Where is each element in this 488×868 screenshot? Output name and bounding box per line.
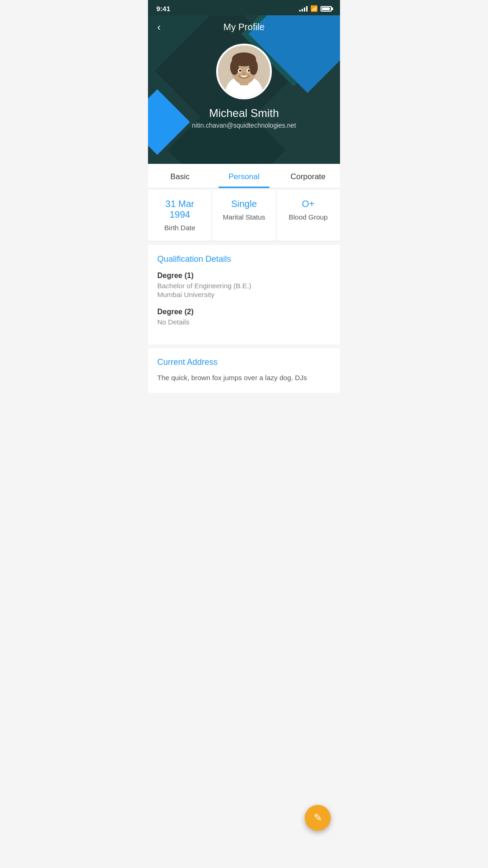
hero-section: ‹ My Profile [148,15,340,164]
marital-status-value: Single [218,199,269,209]
profile-name: Micheal Smith [148,107,340,120]
status-bar: 9:41 📶 [148,0,340,15]
degree-1-block: Degree (1) Bachelor of Engineering (B.E.… [157,272,331,298]
degree-1-detail2: Mumbai University [157,291,331,298]
degree-1-detail1: Bachelor of Engineering (B.E.) [157,282,331,290]
svg-point-11 [242,72,245,75]
profile-email: nitin.chavan@squidtechnologies.net [148,122,340,129]
degree-2-title: Degree (2) [157,308,331,316]
birth-date-label: Birth Date [154,224,205,232]
birth-date-value: 31 Mar 1994 [154,199,205,220]
qualification-title: Qualification Details [157,254,331,264]
marital-status-label: Marital Status [218,213,269,221]
degree-2-block: Degree (2) No Details [157,308,331,326]
marital-status-cell: Single Marital Status [212,189,276,241]
blood-group-value: O+ [283,199,334,209]
blood-group-cell: O+ Blood Group [276,189,340,241]
address-section-title: Current Address [157,357,331,367]
address-section: Current Address The quick, brown fox jum… [148,348,340,393]
svg-point-5 [230,59,239,75]
svg-point-9 [239,70,241,72]
nav-bar: ‹ My Profile [148,15,340,39]
tab-bar: Basic Personal Corporate [148,164,340,188]
back-button[interactable]: ‹ [157,21,161,33]
page-title: My Profile [224,22,265,32]
avatar [216,44,272,99]
signal-icon [299,6,308,12]
svg-point-6 [249,59,258,75]
time: 9:41 [156,5,170,13]
status-icons: 📶 [299,5,332,12]
tab-corporate[interactable]: Corporate [276,164,340,188]
battery-icon [321,6,332,12]
address-text: The quick, brown fox jumps over a lazy d… [157,373,331,383]
tab-personal[interactable]: Personal [212,164,276,188]
svg-point-10 [248,70,250,72]
degree-2-detail1: No Details [157,318,331,326]
birth-date-cell: 31 Mar 1994 Birth Date [148,189,212,241]
personal-info-grid: 31 Mar 1994 Birth Date Single Marital St… [148,189,340,241]
blood-group-label: Blood Group [283,213,334,221]
wifi-icon: 📶 [310,5,318,12]
qualification-section: Qualification Details Degree (1) Bachelo… [148,245,340,344]
degree-1-title: Degree (1) [157,272,331,280]
tab-basic[interactable]: Basic [148,164,212,188]
avatar-container [148,44,340,99]
